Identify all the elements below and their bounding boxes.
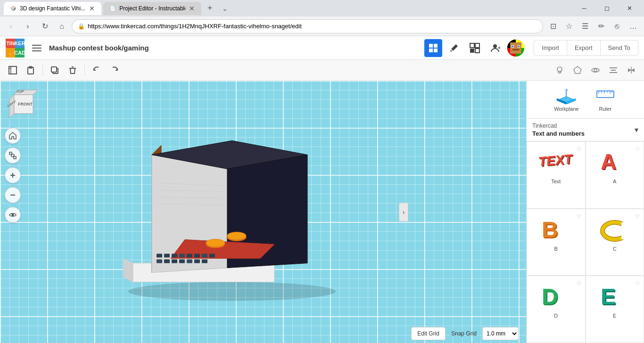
shape-category-name: Text and numbers (532, 130, 585, 137)
tab-instructables[interactable]: 📄 Project Editor - Instructable ✕ (103, 2, 201, 15)
tab-close-2[interactable]: ✕ (188, 5, 196, 12)
tools-icon (449, 43, 459, 53)
favorite-text-icon[interactable]: ☆ (576, 145, 582, 152)
lock-icon: 🔒 (78, 23, 85, 30)
view-cube-container[interactable]: FRONT TOP LEFT (5, 85, 42, 124)
forward-button[interactable]: › (21, 19, 35, 33)
app-title: Mashup contest book/gaming (49, 44, 149, 52)
align-button[interactable] (605, 62, 621, 78)
select-shape-button[interactable] (570, 62, 586, 78)
svg-rect-73 (194, 259, 200, 263)
favorite-b-icon[interactable]: ☆ (576, 212, 582, 220)
refresh-button[interactable]: ↻ (38, 19, 52, 33)
notes-button[interactable]: ✏ (594, 19, 608, 33)
share-button[interactable]: ⎋ (610, 19, 624, 33)
delete-button[interactable] (65, 62, 81, 78)
svg-rect-70 (172, 259, 177, 263)
favorite-c-icon[interactable]: ☆ (635, 212, 641, 220)
right-panel: Workplane Ruler (526, 81, 644, 343)
workplane-tool[interactable]: Workplane (549, 84, 583, 114)
toolbar-right (552, 62, 639, 78)
c-shape-img (596, 214, 634, 244)
address-input[interactable] (88, 23, 537, 30)
snap-grid-select[interactable]: 1.0 mm 0.5 mm 0.25 mm (482, 327, 519, 340)
ruler-tool[interactable]: Ruler (589, 84, 621, 114)
reading-mode-button[interactable]: ⊡ (546, 19, 560, 33)
copy-button[interactable] (47, 62, 63, 78)
b-shape-img: B B (537, 214, 575, 244)
settings-button[interactable]: … (626, 19, 640, 33)
orbit-button[interactable] (587, 62, 603, 78)
light-bulb-button[interactable] (552, 62, 568, 78)
viewport[interactable]: FRONT TOP LEFT (0, 81, 526, 343)
shape-e[interactable]: ☆ E E E (586, 276, 644, 343)
restore-button[interactable]: ◻ (596, 1, 618, 16)
d-shape-img: D D (537, 281, 575, 311)
home-view-button[interactable] (5, 128, 21, 144)
edit-grid-button[interactable]: Edit Grid (411, 327, 446, 340)
shape-text[interactable]: ☆ TEXT TEXT TEXT Text (527, 141, 586, 209)
redo-button[interactable] (107, 62, 123, 78)
close-button[interactable]: ✕ (619, 1, 640, 16)
address-box[interactable]: 🔒 (72, 19, 543, 33)
export-tab[interactable]: Export (567, 41, 601, 55)
svg-rect-31 (610, 72, 617, 73)
user-avatar[interactable] (507, 40, 524, 57)
undo-icon (92, 65, 101, 75)
a-shape-img: A A (596, 147, 634, 177)
new-tab-button[interactable]: + (203, 2, 216, 15)
favorites-button[interactable]: ☆ (562, 19, 576, 33)
shape-b[interactable]: ☆ B B B (527, 209, 586, 276)
tools-button[interactable] (445, 39, 463, 57)
clipboard-button[interactable] (23, 62, 39, 78)
zoom-in-button[interactable] (5, 167, 21, 183)
add-user-button[interactable]: + (487, 39, 504, 57)
text-shape-svg: TEXT TEXT TEXT (538, 148, 574, 175)
shape-d[interactable]: ☆ D D D (527, 276, 586, 343)
shape-category-parent: Tinkercad (532, 122, 585, 129)
tab-close-1[interactable]: ✕ (88, 5, 96, 12)
mirror-button[interactable] (623, 62, 639, 78)
tinkercad-logo[interactable]: TIN KER . CAD (6, 39, 25, 57)
zoom-out-icon (8, 191, 17, 199)
zoom-out-button[interactable] (5, 187, 21, 203)
grid-view-button[interactable] (424, 39, 442, 57)
collections-button[interactable]: ☰ (578, 19, 592, 33)
fit-view-button[interactable] (5, 147, 21, 163)
favorite-e-icon[interactable]: ☆ (635, 279, 641, 286)
collapse-panel-button[interactable]: › (399, 203, 408, 221)
shape-a[interactable]: ☆ A A A (586, 141, 644, 209)
hamburger-menu-button[interactable] (29, 41, 44, 56)
window-controls: ─ ◻ ✕ (573, 1, 640, 16)
import-tab[interactable]: Import (534, 41, 567, 55)
ruler-svg (594, 87, 617, 104)
svg-rect-6 (470, 49, 474, 53)
b-shape-label: B (554, 246, 558, 252)
tab-tinkercad[interactable]: 🎲 3D design Fantastic Vihi... ✕ (4, 2, 101, 15)
tab-overflow-button[interactable]: ⌄ (218, 2, 231, 15)
favorite-d-icon[interactable]: ☆ (576, 279, 582, 286)
new-design-button[interactable] (5, 62, 21, 78)
back-button[interactable]: ‹ (4, 19, 18, 33)
cube-front-label: FRONT (18, 102, 33, 106)
send-to-tab[interactable]: Send To (601, 41, 638, 55)
lightbulb-icon (555, 65, 564, 75)
blocks-button[interactable] (466, 39, 484, 57)
home-button[interactable]: ⌂ (55, 19, 69, 33)
svg-rect-80 (597, 91, 614, 98)
view-cube[interactable]: FRONT TOP LEFT (5, 85, 42, 123)
logo-tin: TIN (6, 39, 15, 48)
home-icon (8, 131, 17, 140)
minimize-button[interactable]: ─ (573, 1, 595, 16)
category-dropdown-arrow[interactable]: ▾ (635, 125, 638, 134)
svg-point-25 (557, 67, 562, 72)
logo-ker: KER (15, 39, 25, 48)
orbit-toggle-button[interactable] (5, 207, 21, 223)
shape-category[interactable]: Tinkercad Text and numbers ▾ (527, 119, 644, 141)
favorite-a-icon[interactable]: ☆ (635, 145, 641, 152)
svg-rect-3 (434, 49, 438, 52)
new-icon (8, 65, 17, 75)
shape-c[interactable]: ☆ C (586, 209, 644, 276)
undo-button[interactable] (89, 62, 105, 78)
avatar-image (507, 40, 524, 57)
